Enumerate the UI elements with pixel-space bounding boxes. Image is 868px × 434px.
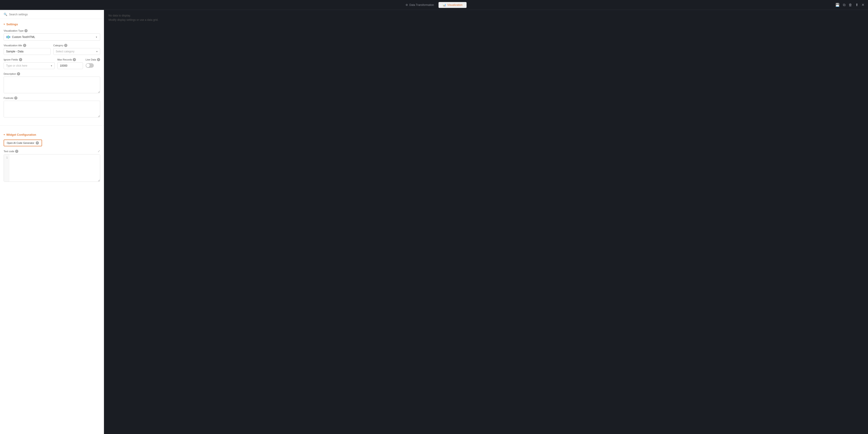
description-textarea[interactable]	[4, 76, 100, 93]
close-icon[interactable]: ✕	[862, 3, 864, 7]
widget-config-chevron-icon: ▾	[4, 133, 5, 136]
visualization-type-group: Visualization Type ? Custom Text/HTML ▾	[4, 29, 100, 41]
no-data-line1: No data to display.	[108, 13, 864, 18]
visualization-type-select[interactable]: Custom Text/HTML ▾	[4, 33, 100, 41]
visualization-type-help-icon[interactable]: ?	[24, 29, 28, 32]
ignore-fields-help-icon[interactable]: ?	[19, 58, 22, 61]
description-label: Description ?	[4, 72, 100, 75]
visualization-title-input[interactable]	[4, 48, 51, 55]
widget-config-section-title: Widget Configuration	[6, 133, 36, 136]
description-group: Description ?	[4, 72, 100, 93]
visualization-icon: 📊	[442, 3, 446, 6]
ignore-fields-select[interactable]: Type or click here ▾	[4, 62, 55, 69]
settings-panel: 🔍 ▾ Settings Visualization Type ?	[0, 10, 104, 434]
top-bar-actions: 💾 ⧉ 🗑 ⬆ ✕	[835, 3, 864, 7]
search-bar: 🔍	[0, 10, 104, 19]
tab-group: ⚙ Data Transformation 📊 Visualization	[401, 2, 467, 8]
footnote-group: Footnote ?	[4, 96, 100, 118]
live-data-toggle[interactable]	[86, 63, 94, 68]
live-data-label: Live Data ?	[86, 58, 100, 61]
save-icon[interactable]: 💾	[835, 3, 840, 7]
title-category-row: Visualization title ? Category ? Select …	[4, 44, 100, 55]
category-group: Category ? Select category ▾	[53, 44, 100, 55]
category-label: Category ?	[53, 44, 100, 47]
tab-data-transformation[interactable]: ⚙ Data Transformation	[401, 2, 438, 8]
no-data-line2: Modify display settings or use a data gr…	[108, 18, 864, 22]
max-records-input[interactable]	[57, 62, 83, 69]
section-divider	[0, 126, 104, 126]
visualization-type-chevron-icon: ▾	[96, 36, 97, 39]
text-code-header: Text code ? ⤢	[4, 149, 100, 153]
duplicate-icon[interactable]: ⧉	[843, 3, 845, 7]
settings-section-header[interactable]: ▾ Settings	[4, 23, 100, 26]
top-bar: ⚙ Data Transformation 📊 Visualization 💾 …	[0, 0, 868, 10]
max-records-group: Max Records ?	[57, 58, 83, 69]
category-help-icon[interactable]: ?	[64, 44, 67, 47]
live-data-toggle-wrap	[86, 62, 100, 68]
search-icon: 🔍	[4, 13, 7, 16]
footnote-textarea[interactable]	[4, 101, 100, 118]
settings-chevron-icon: ▾	[4, 23, 5, 26]
main-layout: 🔍 ▾ Settings Visualization Type ?	[0, 0, 868, 434]
ignore-fields-placeholder: Type or click here	[6, 64, 27, 67]
code-editor-container: 1	[4, 154, 100, 182]
settings-section-title: Settings	[6, 23, 18, 26]
search-input[interactable]	[9, 13, 100, 16]
text-code-help-icon[interactable]: ?	[15, 150, 18, 153]
tab-visualization-label: Visualization	[447, 3, 463, 6]
tab-visualization[interactable]: 📊 Visualization	[438, 2, 467, 8]
line-numbers: 1	[4, 155, 9, 181]
text-code-label: Text code ?	[4, 150, 18, 153]
live-data-group: Live Data ?	[86, 58, 100, 69]
settings-section: ▾ Settings Visualization Type ?	[0, 19, 104, 124]
export-icon[interactable]: ⬆	[855, 3, 858, 7]
vis-type-bar-icon	[6, 35, 10, 39]
ignore-fields-group: Ignore Fields ? Type or click here ▾	[4, 58, 55, 69]
footnote-help-icon[interactable]: ?	[14, 96, 18, 100]
widget-config-section-header[interactable]: ▾ Widget Configuration	[4, 133, 100, 136]
open-ai-code-generator-button[interactable]: Open AI Code Generator ?	[4, 139, 42, 146]
no-data-message: No data to display. Modify display setti…	[108, 13, 864, 22]
category-placeholder: Select category	[56, 50, 74, 53]
footnote-label: Footnote ?	[4, 96, 100, 100]
widget-config-section: ▾ Widget Configuration Open AI Code Gene…	[0, 129, 104, 186]
ignore-fields-chevron-icon: ▾	[51, 64, 52, 67]
visualization-title-help-icon[interactable]: ?	[23, 44, 26, 47]
data-transformation-icon: ⚙	[405, 3, 408, 6]
open-ai-help-icon[interactable]: ?	[36, 141, 39, 144]
open-ai-btn-label: Open AI Code Generator	[7, 142, 34, 144]
ignore-fields-label: Ignore Fields ?	[4, 58, 55, 61]
tab-data-transformation-label: Data Transformation	[409, 3, 434, 6]
content-area: No data to display. Modify display setti…	[104, 10, 868, 434]
live-data-help-icon[interactable]: ?	[97, 58, 100, 61]
ignore-maxrecords-live-row: Ignore Fields ? Type or click here ▾ Max…	[4, 58, 100, 69]
max-records-label: Max Records ?	[57, 58, 83, 61]
max-records-help-icon[interactable]: ?	[73, 58, 76, 61]
visualization-type-label: Visualization Type ?	[4, 29, 100, 32]
code-textarea[interactable]	[9, 155, 100, 181]
visualization-title-label: Visualization title ?	[4, 44, 51, 47]
visualization-title-group: Visualization title ?	[4, 44, 51, 55]
expand-icon[interactable]: ⤢	[98, 149, 100, 153]
toggle-knob	[86, 64, 90, 67]
category-select[interactable]: Select category ▾	[53, 48, 100, 55]
description-help-icon[interactable]: ?	[17, 72, 20, 75]
category-chevron-icon: ▾	[96, 50, 98, 53]
delete-icon[interactable]: 🗑	[848, 3, 852, 7]
visualization-type-value: Custom Text/HTML	[12, 35, 35, 39]
